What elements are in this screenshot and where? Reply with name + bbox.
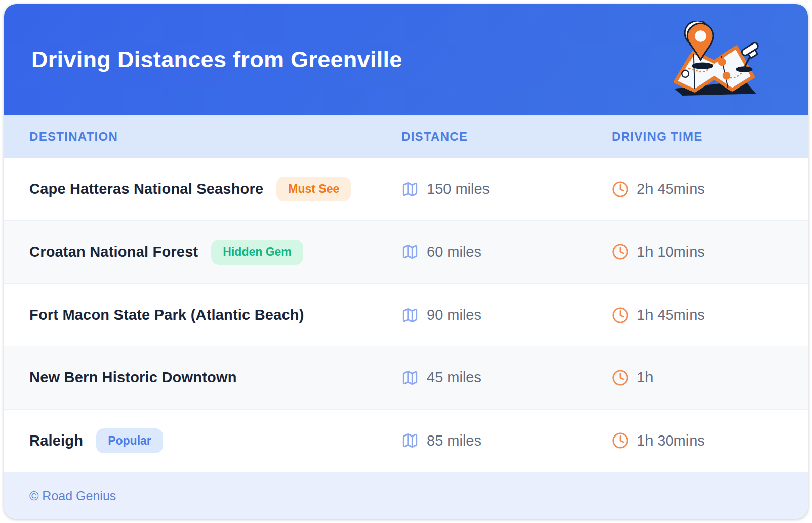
status-badge: Popular	[96, 428, 163, 453]
driving-time-cell: 2h 45mins	[612, 181, 808, 198]
distance-cell: 85 miles	[401, 432, 612, 449]
table-body: Cape Hatteras National Seashore Must See…	[4, 158, 808, 472]
status-badge: Hidden Gem	[211, 240, 303, 265]
clock-icon	[612, 432, 629, 449]
clock-icon	[612, 369, 629, 386]
attribution-text: © Road Genius	[29, 489, 116, 503]
map-icon	[401, 307, 419, 324]
destination-cell: Raleigh Popular	[29, 428, 401, 453]
table-row: Raleigh Popular 85 miles 1h 30mins	[4, 409, 808, 472]
distance-value: 150 miles	[427, 181, 490, 197]
distance-value: 85 miles	[427, 432, 481, 449]
clock-icon	[612, 243, 629, 260]
distance-cell: 150 miles	[401, 181, 612, 198]
distance-cell: 90 miles	[401, 307, 612, 324]
destination-cell: New Bern Historic Downtown	[29, 369, 401, 386]
table-row: Fort Macon State Park (Atlantic Beach) 9…	[4, 283, 808, 346]
map-icon	[401, 369, 419, 386]
distance-value: 90 miles	[427, 307, 481, 323]
destination-cell: Fort Macon State Park (Atlantic Beach)	[29, 307, 401, 323]
destination-cell: Cape Hatteras National Seashore Must See	[29, 177, 401, 201]
destination-name: Raleigh	[29, 432, 83, 449]
clock-icon	[612, 307, 629, 324]
destination-name: Fort Macon State Park (Atlantic Beach)	[29, 307, 304, 323]
card-footer: © Road Genius	[4, 472, 808, 519]
driving-time-value: 1h 30mins	[637, 432, 705, 449]
table-header-row: Destination Distance Driving Time	[4, 115, 808, 158]
table-row: New Bern Historic Downtown 45 miles 1h	[4, 346, 808, 409]
driving-time-value: 1h 10mins	[637, 244, 705, 260]
distance-value: 60 miles	[427, 244, 481, 260]
destination-name: Cape Hatteras National Seashore	[29, 181, 263, 197]
column-header-destination: Destination	[29, 129, 401, 144]
page-title: Driving Distances from Greenville	[4, 47, 402, 73]
status-badge: Must See	[276, 177, 351, 201]
driving-time-cell: 1h	[612, 369, 808, 386]
map-icon	[401, 181, 419, 198]
driving-time-value: 1h 45mins	[637, 307, 705, 323]
distance-value: 45 miles	[427, 369, 481, 386]
table-row: Cape Hatteras National Seashore Must See…	[4, 158, 808, 220]
map-icon	[401, 243, 419, 260]
destination-name: New Bern Historic Downtown	[29, 369, 237, 386]
map-icon	[401, 432, 419, 449]
driving-distances-card: Driving Distances from Greenville	[4, 4, 808, 519]
destination-name: Croatan National Forest	[29, 244, 198, 260]
card-header: Driving Distances from Greenville	[4, 4, 808, 115]
distance-cell: 60 miles	[401, 243, 612, 260]
destination-cell: Croatan National Forest Hidden Gem	[29, 240, 401, 265]
driving-time-cell: 1h 10mins	[612, 243, 808, 260]
driving-time-value: 1h	[637, 369, 653, 386]
driving-time-cell: 1h 45mins	[612, 307, 808, 324]
table-row: Croatan National Forest Hidden Gem 60 mi…	[4, 220, 808, 283]
column-header-distance: Distance	[401, 129, 612, 144]
distance-cell: 45 miles	[401, 369, 612, 386]
driving-time-cell: 1h 30mins	[612, 432, 808, 449]
column-header-driving-time: Driving Time	[612, 129, 808, 144]
clock-icon	[612, 181, 629, 198]
driving-time-value: 2h 45mins	[637, 181, 705, 197]
map-illustration	[669, 21, 759, 98]
